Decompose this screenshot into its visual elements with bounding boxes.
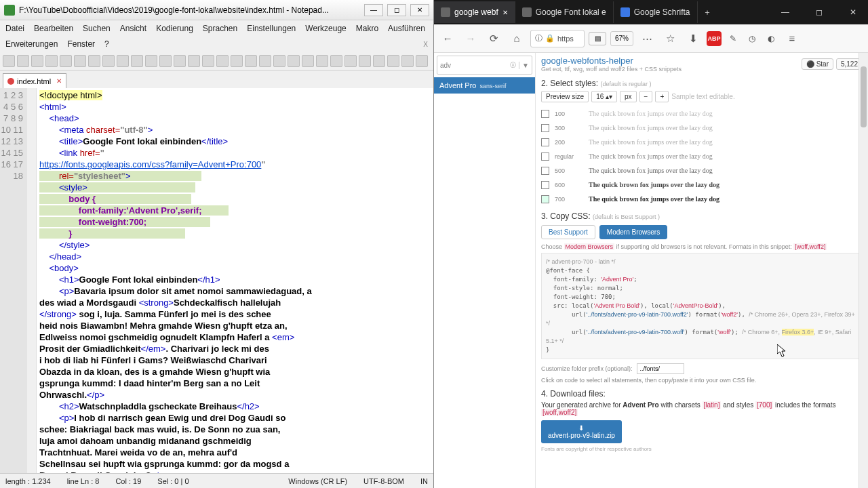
tb-icon[interactable] xyxy=(145,55,157,67)
menu-macro[interactable]: Makro xyxy=(356,24,378,33)
tab-best-support[interactable]: Best Support xyxy=(541,225,595,239)
close-button[interactable]: ✕ xyxy=(410,4,429,16)
menu-search[interactable]: Suchen xyxy=(83,24,111,33)
home-button[interactable]: ⌂ xyxy=(507,29,526,48)
tb-icon[interactable] xyxy=(174,55,186,67)
checkbox[interactable] xyxy=(541,167,549,175)
page-title[interactable]: google-webfonts-helper xyxy=(541,56,682,66)
tb-icon[interactable] xyxy=(159,55,172,67)
menu-help[interactable]: ? xyxy=(104,39,109,49)
zoom-level[interactable]: 67% xyxy=(610,31,633,46)
weight-row-600[interactable]: 600The quick brown fox jumps over the la… xyxy=(541,178,863,192)
notepad-menubar[interactable]: Datei Bearbeiten Suchen Ansicht Kodierun… xyxy=(0,20,433,37)
maximize-button[interactable]: ◻ xyxy=(387,4,406,16)
star-icon[interactable]: ☆ xyxy=(660,29,679,48)
menu-plugins[interactable]: Erweiterungen xyxy=(5,39,58,49)
menu-close-x[interactable]: X xyxy=(423,41,428,48)
forward-button[interactable]: → xyxy=(461,29,480,48)
hamburger-icon[interactable]: ≡ xyxy=(783,29,802,48)
tb-icon[interactable] xyxy=(3,55,15,67)
weight-row-100[interactable]: 100The quick brown fox jumps over the la… xyxy=(541,106,863,121)
checkbox[interactable] xyxy=(541,110,549,118)
preview-size-input[interactable]: 16 ▴▾ xyxy=(591,91,617,102)
notepad-toolbar[interactable] xyxy=(0,52,433,70)
scrollbar-thumb[interactable] xyxy=(861,66,867,127)
back-button[interactable]: ← xyxy=(438,29,457,48)
url-bar[interactable]: ⓘ 🔒 https xyxy=(530,30,585,47)
ext-icon[interactable]: ◐ xyxy=(764,31,778,46)
notepad-titlebar[interactable]: F:\YouTube\Doboofficial\Videos\2019\goog… xyxy=(0,0,433,20)
new-tab-button[interactable]: ＋ xyxy=(698,1,717,23)
github-star-button[interactable]: ⚫ Star xyxy=(802,58,833,70)
tb-icon[interactable] xyxy=(131,55,143,67)
tb-icon[interactable] xyxy=(373,55,385,67)
menu-encoding[interactable]: Kodierung xyxy=(156,24,193,33)
reload-button[interactable]: ⟳ xyxy=(484,29,503,48)
download-button[interactable]: ⬇ advent-pro-v9-latin.zip xyxy=(541,420,622,443)
tb-icon[interactable] xyxy=(302,55,314,67)
reader-icon[interactable]: ▤ xyxy=(589,32,606,45)
menu-file[interactable]: Datei xyxy=(5,24,24,33)
menu-dots-icon[interactable]: ⋯ xyxy=(637,29,656,48)
tb-icon[interactable] xyxy=(401,55,414,67)
menu-settings[interactable]: Einstellungen xyxy=(247,24,296,33)
tab-modern-browsers[interactable]: Modern Browsers xyxy=(599,225,667,239)
weight-row-regular[interactable]: regularThe quick brown fox jumps over th… xyxy=(541,149,863,163)
tb-icon[interactable] xyxy=(245,55,257,67)
search-input[interactable]: adv ⓧ ▼ xyxy=(437,56,532,75)
tab-close-icon[interactable]: ✕ xyxy=(56,77,62,85)
weight-row-200[interactable]: 200The quick brown fox jumps over the la… xyxy=(541,135,863,149)
tab-close-icon[interactable]: ✕ xyxy=(502,9,508,16)
size-plus-button[interactable]: + xyxy=(655,91,669,102)
filter-icon[interactable]: ▼ xyxy=(519,62,529,69)
menu-window[interactable]: Fenster xyxy=(67,39,95,49)
tb-icon[interactable] xyxy=(216,55,229,67)
fold-gutter[interactable] xyxy=(27,88,37,473)
sidebar-font-selected[interactable]: Advent Pro sans-serif xyxy=(434,77,535,94)
tb-icon[interactable] xyxy=(60,55,72,67)
browser-tab[interactable]: Google Schrifta xyxy=(614,1,698,23)
preview-unit-button[interactable]: px xyxy=(620,91,637,102)
checkbox[interactable] xyxy=(541,195,549,203)
sample-text-input[interactable]: Sample text editable. xyxy=(671,93,734,100)
tb-icon[interactable] xyxy=(88,55,100,67)
info-icon[interactable]: ⓘ xyxy=(535,33,542,43)
tb-icon[interactable] xyxy=(31,55,43,67)
window-minimize[interactable]: — xyxy=(770,1,800,23)
tb-icon[interactable] xyxy=(316,55,328,67)
tb-icon[interactable] xyxy=(202,55,214,67)
tb-icon[interactable] xyxy=(231,55,243,67)
checkbox[interactable] xyxy=(541,124,549,132)
scrollbar-vertical[interactable] xyxy=(859,53,868,488)
weight-row-300[interactable]: 300The quick brown fox jumps over the la… xyxy=(541,121,863,135)
tb-icon[interactable] xyxy=(45,55,58,67)
menu-view[interactable]: Ansicht xyxy=(120,24,146,33)
tb-icon[interactable] xyxy=(188,55,200,67)
tb-icon[interactable] xyxy=(330,55,342,67)
tb-icon[interactable] xyxy=(259,55,271,67)
checkbox[interactable] xyxy=(541,152,549,161)
tb-icon[interactable] xyxy=(102,55,115,67)
ext-icon[interactable]: ◷ xyxy=(745,31,760,46)
size-minus-button[interactable]: − xyxy=(639,91,653,102)
menu-tools[interactable]: Werkzeuge xyxy=(305,24,346,33)
tb-icon[interactable] xyxy=(273,55,285,67)
browser-tab-active[interactable]: google webf ✕ xyxy=(434,1,515,23)
css-code-box[interactable]: /* advent-pro-700 - latin */ @font-face … xyxy=(541,253,863,359)
download-icon[interactable]: ⬇ xyxy=(684,29,703,48)
tb-icon[interactable] xyxy=(344,55,357,67)
minimize-button[interactable]: — xyxy=(364,4,383,16)
ext-icon[interactable]: ✎ xyxy=(726,31,741,46)
tb-icon[interactable] xyxy=(359,55,371,67)
custom-prefix-input[interactable] xyxy=(637,363,684,374)
editor-tab[interactable]: index.html ✕ xyxy=(3,73,66,88)
checkbox[interactable] xyxy=(541,181,549,189)
tb-icon[interactable] xyxy=(117,55,129,67)
weight-row-500[interactable]: 500The quick brown fox jumps over the la… xyxy=(541,163,863,178)
weight-row-700[interactable]: 700The quick brown fox jumps over the la… xyxy=(541,192,863,206)
menu-language[interactable]: Sprachen xyxy=(203,24,237,33)
clear-icon[interactable]: ⓧ xyxy=(510,61,516,70)
editor-area[interactable]: 1 2 3 4 5 6 7 8 9 10 11 12 13 14 15 16 1… xyxy=(0,88,433,473)
tb-icon[interactable] xyxy=(416,55,428,67)
abp-icon[interactable]: ABP xyxy=(707,31,722,46)
